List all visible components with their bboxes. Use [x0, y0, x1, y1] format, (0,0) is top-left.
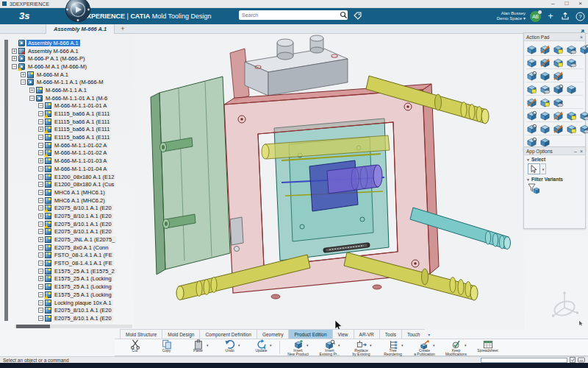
collapse-icon[interactable]: − [38, 252, 43, 258]
tree-item[interactable]: −M-666-M-1.1-01-02 A [10, 141, 140, 149]
ribbon-tab-geometry[interactable]: Geometry [257, 329, 289, 339]
mold-tool-icon[interactable] [539, 137, 551, 147]
select-section-header[interactable]: ▼ Select [524, 155, 585, 163]
collaborative-space[interactable]: Demo Space ▾ [497, 16, 526, 21]
app-options-title-bar[interactable]: App Options – × [524, 147, 585, 155]
mold-tool-icon[interactable] [526, 137, 537, 147]
collapse-icon[interactable]: − [38, 245, 43, 250]
ribbon-tab-mold-structure[interactable]: Mold Structure [120, 329, 162, 339]
tree-item[interactable]: +E1115_ba66 A.1 (E111 [10, 126, 140, 134]
collapse-icon[interactable]: − [38, 300, 43, 305]
compass-icon[interactable] [65, 0, 91, 23]
new-tab-button[interactable]: + [121, 25, 124, 33]
collapse-icon[interactable]: − [38, 222, 43, 227]
minimize-button[interactable]: – [551, 0, 554, 7]
tree-item[interactable]: +Assembly M-666 A.1 [10, 47, 140, 55]
action-pad-title-bar[interactable]: Action Pad × [524, 33, 585, 41]
tree-item[interactable]: −E1575_25 A.1 (E1575_2 [10, 267, 140, 275]
expand-icon[interactable]: + [12, 56, 17, 61]
spreadsheet-button[interactable]: Spreadsheet [472, 339, 503, 355]
filter-variants-icon[interactable] [528, 184, 539, 197]
insert-new-button[interactable]: ▾InsertNew Product [282, 339, 314, 355]
mold-tool-icon[interactable] [539, 44, 551, 54]
collapse-icon[interactable]: − [12, 64, 17, 69]
tree-item[interactable]: −E2075_8x0 A.1 (Conn [10, 244, 140, 252]
tree-item[interactable]: −M-666-M-1.1-01-02 A [10, 149, 140, 158]
mold-tool-icon[interactable] [539, 84, 551, 94]
mold-tool-icon[interactable] [566, 57, 577, 68]
dropdown-caret-icon[interactable]: ▾ [207, 343, 209, 347]
collapse-icon[interactable]: − [38, 229, 43, 234]
mold-tool-icon[interactable] [579, 124, 588, 134]
filter-variants-section-header[interactable]: ▼ Filter Variants [524, 175, 585, 183]
command-input[interactable] [481, 358, 567, 363]
collapse-icon[interactable]: − [38, 292, 43, 297]
mold-tool-icon[interactable] [566, 44, 577, 54]
cut-button[interactable]: Cut [119, 339, 151, 355]
keyboard-icon[interactable] [578, 357, 585, 363]
tree-item[interactable]: −E1115_ba66 A.1 (E111 [10, 118, 140, 126]
mold-tool-icon[interactable] [553, 44, 564, 54]
tree-item[interactable]: +M-666-M-1.1-01-03 A [10, 157, 140, 165]
view-rotation-widget[interactable] [545, 289, 584, 327]
mold-tool-icon[interactable] [553, 97, 564, 107]
collapse-icon[interactable]: − [38, 261, 43, 266]
collapse-icon[interactable]: − [38, 205, 43, 210]
ribbon-tab-product-edition[interactable]: Product Edition [288, 329, 331, 339]
tree-item[interactable]: +M-666-M-1.1 A.1 [10, 86, 140, 94]
tree-item[interactable]: −M-666-M-1.1-01 A.1 (M-6 [10, 94, 140, 102]
tab-assembly-m666[interactable]: Assembly M-666 A.1 [46, 24, 115, 34]
dropdown-caret-icon[interactable]: ▾ [270, 343, 272, 347]
mold-tool-icon[interactable] [579, 110, 588, 121]
collapse-icon[interactable]: − [38, 111, 43, 116]
mold-tool-icon[interactable] [553, 84, 564, 94]
mold-tool-icon[interactable] [539, 57, 551, 68]
ribbon-tab-mold-design[interactable]: Mold Design [162, 329, 199, 339]
app-options-close-icon[interactable]: × [580, 149, 583, 154]
collapse-icon[interactable]: − [38, 166, 43, 171]
tree-reorder-button[interactable]: ▾TreeReordering [377, 339, 409, 355]
tree-item[interactable]: +E2075_JNL A.1 (E2075_ [10, 236, 140, 244]
search-icon[interactable] [340, 11, 348, 19]
tree-item[interactable]: −E2075_8/10.1 A.1 (E20 [10, 228, 140, 236]
share-icon[interactable] [560, 11, 570, 21]
tree-item[interactable]: +M-666-P A.1 (M-666-P) [10, 54, 140, 63]
dropdown-caret-icon[interactable]: ▾ [370, 343, 372, 347]
mold-tool-icon[interactable] [526, 57, 537, 68]
select-tool-dropdown[interactable]: ▾ [541, 163, 546, 174]
avatar[interactable]: AB [530, 11, 541, 22]
tag-icon[interactable] [353, 10, 362, 24]
tree-item[interactable]: −E2075_8/10.1 A.1 (E20 [10, 314, 140, 322]
ribbon-tab-view[interactable]: View [332, 329, 354, 339]
expand-icon[interactable]: + [12, 49, 17, 54]
mold-tool-icon[interactable] [526, 110, 537, 121]
clamping-plate-green[interactable] [151, 77, 230, 275]
collapse-icon[interactable]: − [38, 119, 43, 124]
mold-tool-icon[interactable] [566, 110, 577, 121]
collapse-icon[interactable]: − [38, 182, 43, 187]
tree-item[interactable]: −M-666-M-1.1-01-04 A [10, 165, 140, 173]
tree-item[interactable]: −E1575_25 A.1 (Locking [10, 283, 140, 291]
tree-item[interactable]: −M-666-M-1.1 A.1 (M-666-M [10, 78, 140, 86]
mold-tool-icon[interactable] [539, 110, 551, 121]
tree-item[interactable]: −Locking plaque 10x A.1 [10, 299, 140, 307]
insert-existing-button[interactable]: ▾InsertExisting Pr... [314, 339, 345, 355]
expand-icon[interactable]: + [38, 237, 43, 242]
tree-item[interactable]: −FSTO_08-1.4.1 A.1 (FE [10, 259, 140, 267]
collapse-icon[interactable]: − [38, 103, 43, 108]
expand-icon[interactable]: + [38, 276, 43, 281]
add-button[interactable]: + [545, 11, 556, 21]
ribbon-tab-touch[interactable]: Touch [401, 329, 425, 339]
mold-tool-icon[interactable] [526, 84, 537, 94]
tree-item[interactable]: −MHC6 A.1 (MHC6.1) [10, 188, 140, 197]
undo-button[interactable]: ▾Undo [214, 339, 245, 355]
expand-icon[interactable]: + [21, 72, 26, 77]
mold-tool-icon[interactable] [526, 124, 537, 134]
collapse-icon[interactable]: − [38, 150, 43, 155]
expand-icon[interactable]: + [38, 127, 43, 132]
ribbon-tab-ar-vr[interactable]: AR-VR [354, 329, 379, 339]
tabs-overflow-icon[interactable]: ▾ [428, 332, 430, 339]
collapse-icon[interactable]: − [38, 308, 43, 313]
dropdown-caret-icon[interactable]: ▾ [306, 343, 309, 347]
collapse-icon[interactable]: − [21, 79, 26, 85]
